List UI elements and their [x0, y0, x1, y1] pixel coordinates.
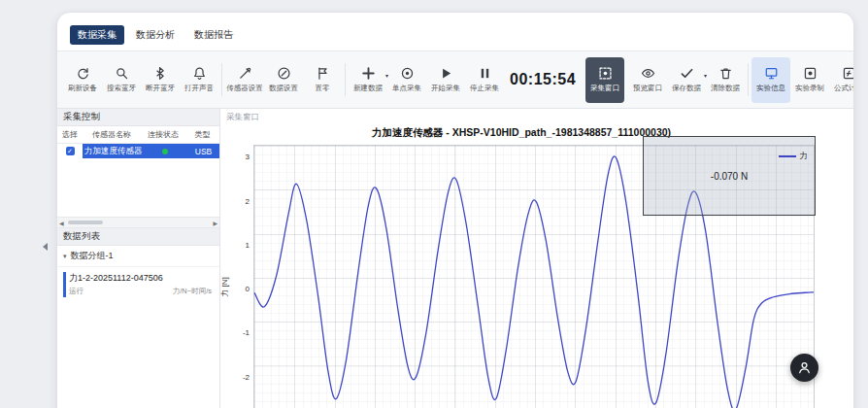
scrollbar-track[interactable] [66, 220, 212, 225]
sensor-row[interactable]: ✓ 力加速度传感器 USB [57, 144, 219, 158]
toolbar-button-eye[interactable]: 预览窗口 [628, 57, 667, 103]
y-tick-label: 0 [230, 285, 250, 293]
support-avatar-button[interactable] [790, 354, 818, 382]
tab-1[interactable]: 数据分析 [128, 25, 183, 45]
exp-record-icon [803, 66, 818, 81]
search-icon [115, 66, 129, 81]
toolbar-button-exp-info[interactable]: 实验信息 [751, 57, 790, 103]
chart-card: 力加速度传感器 - XHSP-V10HID_path_-1981348857_1… [228, 124, 815, 408]
eye-icon [641, 66, 655, 81]
toolbar-button-capture-window[interactable]: 采集窗口 [585, 57, 624, 103]
y-tick-label: -1 [230, 328, 250, 337]
plus-icon [361, 66, 376, 81]
column-header-select: 选择 [57, 129, 83, 140]
toolbar-button-label: 断开蓝牙 [146, 84, 175, 93]
sensor-type: USB [187, 147, 219, 156]
toolbar-button-label: 新建数据 [353, 84, 383, 93]
legend-series-label: 力 [800, 151, 809, 162]
sensor-row-body: 力加速度传感器 USB [83, 144, 219, 158]
toolbar-button-label: 保存数据 [672, 84, 701, 93]
pause-icon [478, 66, 492, 81]
annotation-value: -0.070 N [711, 171, 748, 182]
data-item-status: 运行 [69, 287, 83, 296]
sensor-icon [238, 66, 252, 81]
sensor-status-cell [143, 149, 187, 154]
data-item-subrow: 运行 力/N~时间/s [69, 287, 212, 296]
refresh-icon [76, 66, 90, 81]
selection-annotation-box[interactable]: -0.070 N [643, 136, 816, 216]
plot-wrapper: 力 [N] 3210-1-2 -0.070 N 力 [253, 145, 815, 408]
check-icon [680, 66, 694, 81]
y-tick-label: -2 [230, 373, 250, 382]
data-item-meta: 力/N~时间/s [173, 287, 212, 296]
toolbar-button-disconnect[interactable]: 断开蓝牙 [141, 57, 180, 103]
scroll-right-arrow[interactable]: ▶ [211, 220, 219, 226]
toolbar-button-label: 停止采集 [470, 84, 499, 93]
y-tick-label: 2 [230, 197, 250, 206]
data-settings-icon [277, 66, 291, 81]
legend-line-swatch [779, 155, 796, 157]
toolbar-separator [345, 63, 346, 96]
sidebar-collapse-handle[interactable] [43, 243, 48, 251]
scroll-left-arrow[interactable]: ◀ [57, 220, 66, 226]
toolbar-button-refresh[interactable]: 刷新设备 [63, 57, 102, 103]
toolbar-separator [221, 63, 222, 96]
exp-info-icon [764, 66, 779, 81]
data-list-header: 数据列表 [57, 228, 219, 246]
toolbar-button-label: 打开声音 [184, 84, 214, 93]
data-group-row[interactable]: ▾ 数据分组-1 [57, 246, 219, 267]
y-tick-label: 1 [230, 241, 250, 250]
disconnect-icon [153, 66, 168, 81]
toolbar-button-pause[interactable]: 停止采集 [465, 57, 504, 103]
sensor-table-header: 选择 传感器名称 连接状态 类型 [57, 126, 219, 144]
chart-main-area: 采集窗口 力加速度传感器 - XHSP-V10HID_path_-1981348… [220, 109, 853, 408]
toolbar-button-label: 数据设置 [269, 84, 298, 93]
toolbar-button-label: 实验录制 [795, 84, 824, 93]
toolbar-button-formula[interactable]: 公式计算 [829, 57, 854, 103]
toolbar-button-play[interactable]: 开始采集 [426, 57, 465, 103]
toolbar-button-label: 实验信息 [756, 84, 785, 93]
sensor-name: 力加速度传感器 [83, 146, 143, 157]
bell-icon [192, 66, 207, 81]
y-axis-label: 力 [N] [219, 277, 230, 296]
data-list-item[interactable]: 力1-2-20251112-047506 运行 力/N~时间/s [61, 270, 216, 299]
toolbar-button-label: 采集窗口 [590, 84, 619, 93]
column-header-connection-status: 连接状态 [141, 129, 185, 140]
acquisition-control-header: 采集控制 [57, 109, 219, 126]
tab-2[interactable]: 数据报告 [186, 25, 241, 45]
tab-0[interactable]: 数据采集 [70, 25, 124, 45]
zero-icon [316, 66, 330, 81]
sensor-table-hscrollbar[interactable]: ◀ ▶ [57, 217, 219, 228]
column-header-type: 类型 [185, 129, 219, 140]
toolbar-button-label: 搜索蓝牙 [107, 84, 136, 93]
toolbar-button-single[interactable]: 单点采集 [387, 57, 426, 103]
toolbar-button-label: 刷新设备 [68, 84, 97, 93]
column-header-sensor-name: 传感器名称 [83, 129, 141, 140]
toolbar-button-label: 预览窗口 [633, 84, 662, 93]
toolbar-button-check[interactable]: ▾保存数据 [667, 57, 706, 103]
toolbar-button-sensor[interactable]: 传感器设置 [225, 57, 264, 103]
left-panel: 采集控制 选择 传感器名称 连接状态 类型 ✓ 力加速度传感器 USB ◀ [57, 109, 220, 408]
toolbar-button-label: 开始采集 [431, 84, 460, 93]
toolbar-button-trash[interactable]: 清除数据 [706, 57, 745, 103]
capture-window-label: 采集窗口 [226, 112, 853, 123]
toolbar-button-label: 清除数据 [711, 84, 740, 93]
toolbar-button-label: 传感器设置 [226, 84, 263, 93]
toolbar-button-exp-record[interactable]: 实验录制 [790, 57, 829, 103]
toolbar-button-search[interactable]: 搜索蓝牙 [102, 57, 141, 103]
app-window: 数据采集数据分析数据报告 刷新设备搜索蓝牙断开蓝牙打开声音传感器设置数据设置置零… [56, 12, 854, 408]
group-expand-caret-icon[interactable]: ▾ [63, 253, 67, 260]
trash-icon [718, 66, 733, 81]
toolbar-button-bell[interactable]: 打开声音 [180, 57, 218, 103]
data-item-name: 力1-2-20251112-047506 [69, 272, 212, 285]
toolbar-button-label: 置零 [316, 84, 330, 93]
toolbar-button-zero[interactable]: 置零 [303, 57, 342, 103]
scrollbar-thumb[interactable] [68, 221, 103, 224]
plot-area[interactable]: -0.070 N 力 [253, 145, 815, 408]
sensor-checkbox[interactable]: ✓ [66, 147, 75, 155]
toolbar-button-data-settings[interactable]: 数据设置 [264, 57, 303, 103]
acquisition-timer: 00:15:54 [510, 71, 576, 88]
toolbar-button-plus[interactable]: ▾新建数据 [349, 57, 387, 103]
content-area: 采集控制 选择 传感器名称 连接状态 类型 ✓ 力加速度传感器 USB ◀ [57, 109, 853, 408]
capture-window-icon [598, 66, 613, 81]
